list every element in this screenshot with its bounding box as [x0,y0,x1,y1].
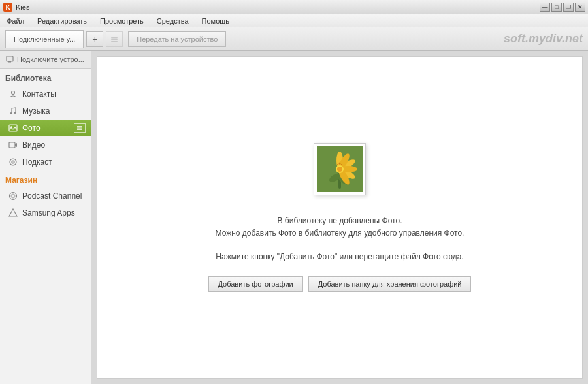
photo-label: Фото [22,123,74,133]
maximize-button[interactable]: □ [551,3,562,12]
sidebar-item-contacts[interactable]: Контакты [0,86,91,103]
svg-rect-13 [77,127,82,128]
svg-text:K: K [5,4,10,11]
close-button[interactable]: ✕ [575,3,585,12]
sidebar-item-photo[interactable]: Фото [0,120,91,136]
photo-placeholder-icon [314,143,366,195]
video-icon [8,140,18,150]
menu-edit[interactable]: Редактировать [33,16,91,26]
content-hint: Нажмите кнопку "Добавить Фото" или перет… [216,251,463,263]
device-icon [5,55,14,64]
toolbar: Подключенные у... + Передать на устройст… [0,27,588,51]
video-label: Видео [22,140,86,150]
add-photos-button[interactable]: Добавить фотографии [208,276,303,292]
restore-button[interactable]: ❐ [563,3,574,12]
main-layout: Подключите устро... Библиотека Контакты [0,51,588,384]
contacts-icon [8,89,18,99]
photo-extra [74,123,86,133]
svg-rect-12 [77,126,82,127]
svg-rect-2 [111,37,118,39]
window-controls: — □ ❐ ✕ [540,3,585,12]
watermark: soft.mydiv.net [504,32,583,46]
device-label: Подключите устро... [17,56,84,63]
connected-tab[interactable]: Подключенные у... [5,30,84,48]
add-button[interactable]: + [86,31,103,47]
app-logo: K [3,2,13,12]
menu-bar: Файл Редактировать Просмотреть Средства … [0,14,588,27]
podcast-channel-label: Podcast Channel [22,191,86,200]
app-title: Kies [16,3,540,11]
sidebar-item-video[interactable]: Видео [0,136,91,153]
sidebar: Подключите устро... Библиотека Контакты [0,51,91,384]
sidebar-item-samsung-apps[interactable]: Samsung Apps [0,204,91,221]
svg-rect-4 [111,41,118,42]
podcast-label: Подкаст [22,157,86,167]
sidebar-device[interactable]: Подключите устро... [0,51,91,69]
podcast-channel-icon [8,191,18,201]
music-label: Музыка [22,106,86,116]
content-description: В библиотеку не добавлены Фото. Можно до… [216,215,465,240]
minimize-button[interactable]: — [540,3,550,12]
svg-point-34 [337,164,338,165]
menu-view[interactable]: Просмотреть [96,16,148,26]
add-folder-button[interactable]: Добавить папку для хранения фотографий [308,276,472,292]
sidebar-item-podcast-channel[interactable]: Podcast Channel [0,187,91,204]
transfer-button[interactable]: Передать на устройство [128,31,226,47]
svg-point-7 [12,91,15,95]
content-panel: В библиотеку не добавлены Фото. Можно до… [97,56,583,379]
svg-rect-5 [7,56,13,61]
podcast-icon [8,157,18,167]
samsung-apps-label: Samsung Apps [22,208,86,217]
sidebar-item-music[interactable]: Музыка [0,103,91,120]
svg-rect-6 [8,61,11,63]
menu-tools[interactable]: Средства [153,16,193,26]
store-section-title: Магазин [0,170,91,187]
svg-point-19 [10,193,17,200]
samsung-apps-icon [8,208,18,218]
svg-point-35 [337,167,342,172]
music-icon [8,106,18,116]
svg-marker-20 [9,209,17,216]
svg-point-18 [12,161,14,163]
svg-rect-14 [77,129,82,130]
title-bar: K Kies — □ ❐ ✕ [0,0,588,14]
library-section-title: Библиотека [0,69,91,86]
svg-rect-3 [111,39,118,40]
sidebar-item-podcast[interactable]: Подкаст [0,153,91,170]
refresh-button[interactable] [106,31,123,47]
contacts-label: Контакты [22,89,86,99]
menu-file[interactable]: Файл [3,16,28,26]
menu-help[interactable]: Помощь [198,16,234,26]
photo-icon [8,123,18,133]
svg-point-8 [10,112,12,114]
content-area: В библиотеку не добавлены Фото. Можно до… [91,51,588,384]
svg-point-9 [14,112,16,114]
svg-point-33 [341,164,342,165]
svg-point-32 [339,163,341,165]
svg-rect-15 [9,142,15,148]
content-action-buttons: Добавить фотографии Добавить папку для х… [208,276,472,292]
